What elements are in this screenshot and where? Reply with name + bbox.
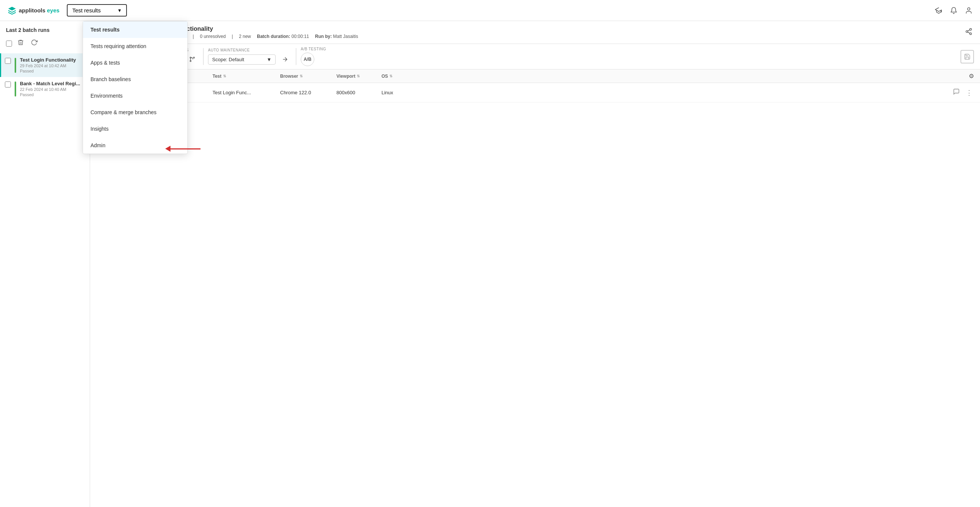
view-selector-label: Test results (72, 7, 101, 14)
svg-point-21 (190, 57, 191, 58)
header-icons (935, 7, 972, 14)
sidebar-title: Last 2 batch runs (0, 27, 90, 38)
delete-icon (17, 39, 24, 46)
ab-testing-button[interactable]: A/B (301, 53, 314, 66)
batch-header: Results of batch: Test Login Functionali… (90, 21, 980, 44)
sort-viewport-icon: ⇅ (357, 74, 360, 78)
svg-point-22 (193, 57, 194, 58)
sort-os-icon: ⇅ (389, 74, 392, 78)
share-button[interactable] (965, 28, 972, 37)
sidebar-item-name-2: Bank - Match Level Regi... (20, 81, 84, 86)
scope-chevron-icon: ▼ (267, 57, 272, 62)
scope-select[interactable]: Scope: Default ▼ (208, 54, 275, 65)
sidebar: Last 2 batch runs Test Login Functionali… (0, 21, 90, 507)
svg-point-2 (970, 33, 972, 35)
row-viewport: 800x600 (336, 90, 382, 96)
row-test: Test Login Func... (213, 90, 280, 96)
school-icon (935, 7, 942, 14)
auto-maintenance-action-button[interactable] (278, 54, 291, 65)
sidebar-item-content-2: Bank - Match Level Regi... 22 Feb 2024 a… (20, 81, 84, 97)
batch-run-by: Run by: Matt Jasaitis (315, 34, 358, 39)
admin-arrow-indicator (165, 146, 200, 152)
col-test-header[interactable]: Test ⇅ (213, 73, 280, 79)
col-actions-header: ⚙ (419, 72, 974, 80)
toolbar: VIEW (90, 44, 980, 70)
sidebar-item-status-1: Passed (20, 69, 84, 73)
scope-label: Scope: Default (212, 57, 244, 62)
row-actions: ⋮ (419, 87, 974, 99)
table-row[interactable]: New ▼ ACME Bank Test Login Func... Chrom… (90, 83, 980, 102)
svg-line-3 (967, 32, 970, 33)
ab-testing-label: A/B TESTING (301, 47, 326, 51)
more-options-button[interactable]: ⋮ (964, 87, 974, 99)
bell-icon-button[interactable] (950, 7, 958, 14)
save-button[interactable] (961, 50, 974, 64)
dropdown-item-branch-baselines[interactable]: Branch baselines (83, 71, 187, 88)
sidebar-item-checkbox-1[interactable] (5, 58, 11, 64)
save-icon (964, 53, 970, 60)
branch-icon (189, 56, 196, 63)
svg-line-4 (967, 30, 970, 31)
dropdown-item-environments[interactable]: Environments (83, 88, 187, 104)
svg-point-1 (966, 30, 968, 32)
row-browser: Chrome 122.0 (280, 90, 336, 96)
logo: applitools eyes (8, 6, 59, 15)
dropdown-item-insights[interactable]: Insights (83, 121, 187, 137)
branch-icon-button[interactable] (186, 54, 199, 65)
batch-steps-new: 2 new (239, 34, 251, 39)
sidebar-item-checkbox-2[interactable] (5, 81, 11, 88)
arrow-head-icon (165, 146, 170, 152)
sidebar-item-test-login[interactable]: Test Login Functionality 29 Feb 2024 at … (0, 53, 90, 77)
dropdown-item-apps-tests[interactable]: Apps & tests (83, 54, 187, 71)
row-os: Linux (382, 90, 419, 96)
svg-point-23 (190, 61, 191, 62)
table-header: Status ⇅ App ⇅ Test ⇅ Browser ⇅ Viewport… (90, 70, 980, 83)
share-icon (965, 28, 972, 35)
sidebar-item-name-1: Test Login Functionality (20, 57, 84, 63)
select-all-checkbox[interactable] (6, 41, 12, 46)
nav-dropdown-menu: Test results Tests requiring attention A… (83, 21, 188, 154)
sidebar-item-date-1: 29 Feb 2024 at 10:42 AM (20, 64, 84, 68)
comment-icon (953, 88, 960, 95)
sidebar-item-bank-match[interactable]: Bank - Match Level Regi... 22 Feb 2024 a… (0, 77, 90, 100)
header: applitools eyes Test results ▼ (0, 0, 980, 21)
delete-icon-button[interactable] (16, 38, 25, 49)
user-icon (965, 7, 972, 14)
batch-duration: Batch duration: 00:00:11 (257, 34, 309, 39)
sort-browser-icon: ⇅ (300, 74, 303, 78)
arrow-line (170, 148, 200, 150)
status-indicator-1 (14, 58, 16, 73)
dropdown-item-compare-merge[interactable]: Compare & merge branches (83, 104, 187, 121)
sort-test-icon: ⇅ (223, 74, 226, 78)
col-os-header[interactable]: OS ⇅ (382, 73, 419, 79)
view-selector-dropdown[interactable]: Test results ▼ (67, 4, 127, 16)
chevron-down-icon: ▼ (117, 8, 122, 13)
auto-maintenance-label: AUTO MAINTENANCE (208, 48, 291, 52)
logo-applitools: applitools eyes (19, 7, 59, 14)
table-settings-button[interactable]: ⚙ (969, 72, 974, 80)
refresh-icon (31, 39, 38, 46)
arrow-right-icon (282, 56, 288, 63)
sidebar-item-date-2: 22 Feb 2024 at 10:40 AM (20, 87, 84, 92)
school-icon-button[interactable] (935, 7, 942, 14)
content-area: Results of batch: Test Login Functionali… (90, 21, 980, 507)
col-browser-header[interactable]: Browser ⇅ (280, 73, 336, 79)
batch-steps-unresolved: 0 unresolved (200, 34, 226, 39)
comment-button[interactable] (951, 87, 961, 99)
bell-icon (950, 7, 958, 14)
sidebar-item-status-2: Passed (20, 92, 84, 97)
svg-point-0 (970, 28, 972, 30)
dropdown-item-test-results[interactable]: Test results (83, 21, 187, 38)
status-indicator-2 (14, 81, 16, 97)
dropdown-item-tests-requiring-attention[interactable]: Tests requiring attention (83, 38, 187, 54)
sidebar-item-content-1: Test Login Functionality 29 Feb 2024 at … (20, 57, 84, 73)
col-viewport-header[interactable]: Viewport ⇅ (336, 73, 382, 79)
sidebar-toolbar (0, 38, 90, 53)
user-icon-button[interactable] (965, 7, 972, 14)
refresh-icon-button[interactable] (29, 38, 39, 49)
